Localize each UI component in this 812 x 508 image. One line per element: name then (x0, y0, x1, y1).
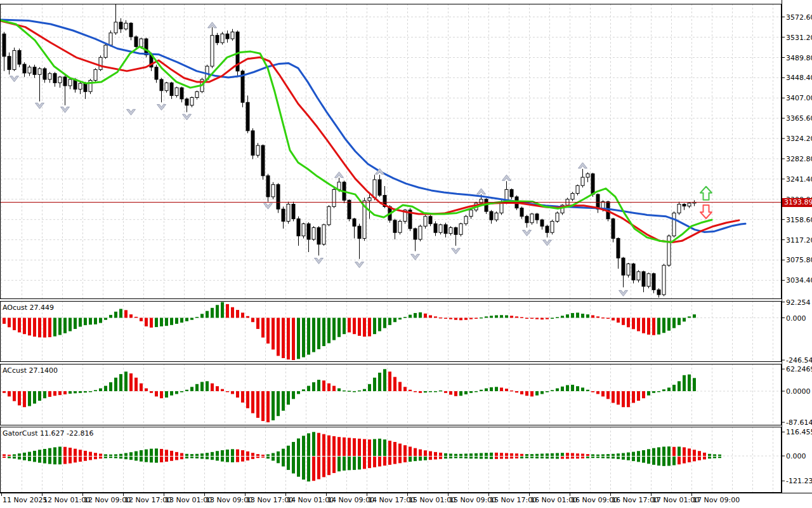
ac-bar (647, 391, 650, 396)
candle (662, 264, 665, 296)
ao-bar (652, 318, 655, 335)
gator-upper-bar (58, 446, 62, 456)
ac-bar (444, 391, 447, 393)
candle (277, 183, 280, 213)
gator-lower-bar (74, 457, 77, 462)
gator-lower-bar (297, 457, 300, 477)
gator-upper-bar (378, 439, 381, 456)
fractal-up-icon (502, 175, 511, 180)
ao-bar (678, 318, 681, 325)
ac-bar (89, 391, 92, 392)
candle (272, 182, 275, 199)
gator-lower-bar (119, 457, 122, 458)
ao-bar (606, 318, 610, 319)
fractal-up-icon (208, 22, 217, 28)
ao-bar (429, 315, 432, 318)
gator-lower-bar (190, 457, 193, 458)
ac-bar (302, 389, 305, 391)
gator-lower-bar (480, 457, 483, 459)
candle-body-bearish (622, 258, 625, 275)
candle (114, 2, 117, 35)
candle-body-bullish (337, 182, 341, 190)
gator-lower-bar (277, 457, 280, 463)
gator-lower-bar (114, 457, 117, 458)
ac-bar (480, 390, 483, 391)
candle-body-bearish (170, 83, 173, 95)
ao-bar (287, 318, 290, 360)
candle (287, 202, 290, 224)
gator-lower-bar (358, 457, 361, 469)
candle (69, 78, 72, 90)
candle (627, 263, 630, 277)
gator-upper-bar (129, 452, 133, 456)
ao-bar (129, 314, 133, 318)
fractal-down-icon (315, 258, 324, 264)
ac-bar (464, 391, 468, 394)
ac-pane (0, 364, 782, 425)
candle-body-bullish (424, 217, 427, 226)
candle (469, 209, 473, 218)
indicator-tick-label: 0.000 (786, 314, 806, 323)
candle-body-bullish (124, 23, 128, 29)
time-axis[interactable]: 11 Nov 202512 Nov 01:0012 Nov 09:0012 No… (2, 493, 740, 504)
ao-bar (353, 318, 356, 335)
gator-lower-bar (657, 457, 660, 465)
ac-bar (145, 389, 148, 391)
gator-lower-bar (160, 457, 163, 462)
price-axis[interactable]: 3572.603531.203489.803448.403407.003365.… (782, 13, 812, 486)
ac-bar (211, 384, 214, 391)
fractal-up-icon (335, 172, 344, 178)
gator-upper-bar (282, 449, 285, 456)
candle-body-bullish (231, 32, 234, 39)
ao-bar (683, 318, 686, 322)
price-tick-label: 3448.40 (786, 74, 812, 82)
ac-bar (556, 389, 559, 391)
candle-body-bullish (211, 36, 214, 67)
gator-lower-bar (261, 457, 265, 458)
gator-upper-bar (601, 454, 605, 456)
candle (190, 97, 193, 107)
candle-body-bearish (226, 34, 229, 39)
candle-body-bullish (688, 203, 691, 206)
gator-lower-bar (718, 457, 721, 458)
gator-lower-bar (38, 457, 41, 463)
gator-upper-bar (155, 448, 158, 456)
gator-lower-bar (337, 457, 341, 471)
ac-bar (424, 391, 427, 392)
gator-upper-bar (94, 453, 97, 456)
gator-upper-bar (277, 451, 280, 456)
candle-body-bullish (13, 51, 16, 70)
gator-upper-bar (556, 453, 559, 456)
ac-bar (241, 391, 244, 403)
candle-body-bullish (576, 185, 579, 193)
candle-body-bearish (297, 219, 300, 236)
gator-lower-bar (69, 457, 72, 464)
gator-upper-bar (581, 453, 584, 456)
gator-lower-bar (302, 457, 305, 479)
ao-bar (3, 318, 6, 324)
gator-upper-bar (500, 453, 503, 456)
ao-bar (18, 318, 21, 333)
gator-upper-bar (241, 450, 244, 456)
gator-lower-bar (226, 457, 229, 462)
ao-bar (43, 318, 46, 338)
gator-lower-bar (475, 457, 478, 458)
candle (104, 43, 107, 58)
candle-body-bearish (292, 204, 295, 218)
gator-upper-bar (363, 439, 366, 456)
gator-upper-bar (114, 454, 117, 456)
gator-lower-bar (48, 457, 51, 464)
gator-upper-bar (8, 455, 11, 456)
gator-lower-bar (414, 457, 417, 461)
gator-upper-bar (561, 453, 564, 456)
gator-upper-bar (454, 454, 457, 456)
chart-canvas[interactable]: 3572.603531.203489.803448.403407.003365.… (0, 0, 812, 508)
ao-bar (155, 318, 158, 328)
candle-body-bullish (114, 22, 117, 33)
gator-upper-bar (373, 439, 376, 456)
ac-bar (282, 391, 285, 411)
candle (444, 223, 447, 237)
gator-upper-bar (23, 453, 26, 456)
gator-lower-bar (221, 457, 224, 462)
gator-lower-bar (612, 457, 615, 458)
